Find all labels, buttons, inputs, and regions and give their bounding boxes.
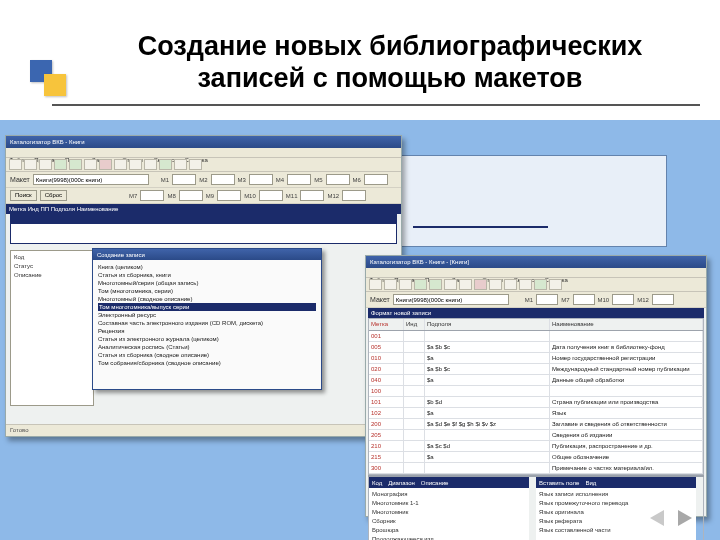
- list-item[interactable]: Язык промежуточного перевода: [539, 499, 693, 508]
- toolbar-button[interactable]: [129, 159, 142, 170]
- m-field[interactable]: [342, 190, 366, 201]
- toolbar-button[interactable]: [384, 279, 397, 290]
- list-item[interactable]: Язык составленной части: [539, 526, 693, 535]
- toolbar[interactable]: [366, 278, 706, 292]
- toolbar-button[interactable]: [504, 279, 517, 290]
- sidebar-tabs[interactable]: Код Статус Описание: [10, 250, 94, 406]
- m-field[interactable]: [140, 190, 164, 201]
- table-row[interactable]: 300Примечание о частях материала/ил.: [369, 463, 703, 474]
- toolbar-button[interactable]: [444, 279, 457, 290]
- menubar[interactable]: Файл Правка Поиск Запись Отчеты Сервис С…: [366, 268, 706, 278]
- m-field[interactable]: [217, 190, 241, 201]
- sidebar-tab[interactable]: Описание: [14, 271, 90, 280]
- toolbar-button[interactable]: [414, 279, 427, 290]
- template-list-item[interactable]: Том собрания/сборника (сводное описание): [98, 359, 316, 367]
- toolbar-button[interactable]: [459, 279, 472, 290]
- template-input[interactable]: [33, 174, 149, 185]
- dialog-titlebar[interactable]: Создание записи: [93, 249, 321, 260]
- lower-left-pane[interactable]: Код Диапазон Описание МонографияМноготом…: [369, 477, 529, 540]
- list-item[interactable]: Многотомник 1-1: [372, 499, 526, 508]
- toolbar-button[interactable]: [24, 159, 37, 170]
- table-row[interactable]: 001: [369, 331, 703, 342]
- toolbar-button[interactable]: [489, 279, 502, 290]
- m-field[interactable]: [612, 294, 634, 305]
- toolbar-button[interactable]: [99, 159, 112, 170]
- template-list-item[interactable]: Многотомный (сводное описание): [98, 295, 316, 303]
- m-field[interactable]: [249, 174, 273, 185]
- toolbar-button[interactable]: [159, 159, 172, 170]
- find-button[interactable]: Поиск: [10, 190, 37, 201]
- template-list-item[interactable]: Рецензия: [98, 327, 316, 335]
- table-row[interactable]: 215$aОбщее обозначение: [369, 452, 703, 463]
- toolbar-button[interactable]: [9, 159, 22, 170]
- tab[interactable]: Диапазон: [388, 480, 415, 486]
- toolbar-button[interactable]: [54, 159, 67, 170]
- table-row[interactable]: 020$a $b $cМеждународный стандартный ном…: [369, 364, 703, 375]
- template-list-item[interactable]: Аналитическая роспись (Статьи): [98, 343, 316, 351]
- clear-button[interactable]: Сброс: [40, 190, 67, 201]
- tab[interactable]: Описание: [421, 480, 449, 486]
- menubar[interactable]: Файл Правка Поиск Запись Отчеты Сервис С…: [6, 148, 401, 158]
- template-list-item[interactable]: Статья из сборника, книги: [98, 271, 316, 279]
- toolbar-button[interactable]: [69, 159, 82, 170]
- table-row[interactable]: 100: [369, 386, 703, 397]
- m-field[interactable]: [179, 190, 203, 201]
- toolbar-button[interactable]: [474, 279, 487, 290]
- m-field[interactable]: [300, 190, 324, 201]
- lower-right-pane[interactable]: Вставить поле Вид Язык записи исполнения…: [536, 477, 696, 540]
- window-titlebar[interactable]: Каталогизатор ВКБ - Книги - [Книги]: [366, 256, 706, 268]
- m-field[interactable]: [326, 174, 350, 185]
- list-item[interactable]: Язык записи исполнения: [539, 490, 693, 499]
- template-list-item[interactable]: Электронный ресурс: [98, 311, 316, 319]
- list-item[interactable]: Монография: [372, 490, 526, 499]
- template-list-item[interactable]: Статья из сборника (сводное описание): [98, 351, 316, 359]
- template-list-item[interactable]: Том (многотомника, серии): [98, 287, 316, 295]
- template-list-item[interactable]: Книга (целиком): [98, 263, 316, 271]
- toolbar-button[interactable]: [114, 159, 127, 170]
- m-field[interactable]: [652, 294, 674, 305]
- table-row[interactable]: 200$a $d $e $f $g $h $i $v $zЗаглавие и …: [369, 419, 703, 430]
- toolbar-button[interactable]: [519, 279, 532, 290]
- window-titlebar[interactable]: Каталогизатор ВКБ - Книги: [6, 136, 401, 148]
- toolbar-button[interactable]: [534, 279, 547, 290]
- toolbar-button[interactable]: [189, 159, 202, 170]
- list-item[interactable]: Многотомник: [372, 508, 526, 517]
- m-field[interactable]: [573, 294, 595, 305]
- toolbar-button[interactable]: [174, 159, 187, 170]
- tab[interactable]: Вставить поле: [539, 480, 579, 486]
- m-field[interactable]: [536, 294, 558, 305]
- toolbar-button[interactable]: [39, 159, 52, 170]
- record-grid[interactable]: [10, 214, 397, 244]
- sidebar-tab[interactable]: Код: [14, 253, 90, 262]
- m-field[interactable]: [259, 190, 283, 201]
- tab[interactable]: Код: [372, 480, 382, 486]
- tab[interactable]: Вид: [585, 480, 596, 486]
- template-list[interactable]: Книга (целиком)Статья из сборника, книги…: [93, 260, 321, 370]
- template-input[interactable]: [393, 294, 509, 305]
- table-row[interactable]: 210$a $c $dПубликация, распространение и…: [369, 441, 703, 452]
- template-list-item[interactable]: Том многотомника/выпуск серии: [98, 303, 316, 311]
- template-list-item[interactable]: Составная часть электронного издания (CD…: [98, 319, 316, 327]
- list-item[interactable]: Продолжающееся изд.: [372, 535, 526, 540]
- toolbar-button[interactable]: [399, 279, 412, 290]
- fields-table[interactable]: Метка Инд Подполя Наименование 001005$a …: [368, 318, 704, 475]
- toolbar-button[interactable]: [429, 279, 442, 290]
- m-field[interactable]: [364, 174, 388, 185]
- table-row[interactable]: 010$aНомер государственной регистрации: [369, 353, 703, 364]
- toolbar-button[interactable]: [84, 159, 97, 170]
- toolbar-button[interactable]: [144, 159, 157, 170]
- table-row[interactable]: 102$aЯзык: [369, 408, 703, 419]
- table-row[interactable]: 040$aДанные общей обработки: [369, 375, 703, 386]
- table-row[interactable]: 005$a $b $cДата получения книг в библиот…: [369, 342, 703, 353]
- m-field[interactable]: [172, 174, 196, 185]
- sidebar-tab[interactable]: Статус: [14, 262, 90, 271]
- prev-slide-button[interactable]: [650, 510, 664, 526]
- toolbar-button[interactable]: [369, 279, 382, 290]
- template-list-item[interactable]: Статья из электронного журнала (целиком): [98, 335, 316, 343]
- list-item[interactable]: Брошюра: [372, 526, 526, 535]
- m-field[interactable]: [211, 174, 235, 185]
- toolbar-button[interactable]: [549, 279, 562, 290]
- m-field[interactable]: [287, 174, 311, 185]
- next-slide-button[interactable]: [678, 510, 692, 526]
- table-row[interactable]: 205Сведения об издании: [369, 430, 703, 441]
